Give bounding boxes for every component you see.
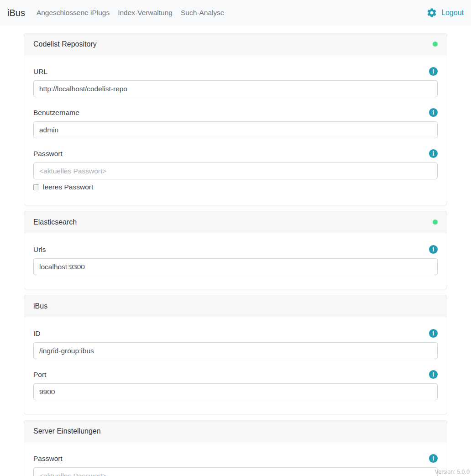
card-title: iBus (33, 302, 47, 310)
text-input[interactable] (33, 162, 438, 179)
checkbox[interactable] (33, 184, 39, 190)
card-header: iBus (24, 295, 447, 317)
settings-gear-icon[interactable] (426, 7, 437, 18)
field-label: Benutzername (33, 109, 79, 117)
field-head: Urls i (33, 245, 438, 254)
info-icon[interactable]: i (429, 245, 438, 254)
version-label: Version: 5.0.0 (435, 469, 470, 475)
checkbox-row[interactable]: leeres Passwort (33, 183, 438, 191)
field-label: Passwort (33, 455, 63, 463)
card-body: ID i Port i (24, 317, 447, 414)
settings-card: Elasticsearch Urls i (24, 211, 447, 289)
info-icon[interactable]: i (429, 370, 438, 379)
field-label: Urls (33, 246, 46, 254)
nav-links: Angeschlossene iPlugsIndex-VerwaltungSuc… (32, 9, 229, 17)
field-head: Port i (33, 370, 438, 379)
card-header: Elasticsearch (24, 211, 447, 233)
settings-card: Codelist Repository URL i Benutzername i… (24, 33, 447, 205)
text-input[interactable] (33, 383, 438, 400)
field-head: Benutzername i (33, 108, 438, 117)
card-title: Codelist Repository (33, 40, 97, 48)
card-header: Server Einstellungen (24, 420, 447, 442)
settings-card: Server Einstellungen Passwort i (24, 420, 447, 476)
card-header: Codelist Repository (24, 33, 447, 55)
info-icon[interactable]: i (429, 108, 438, 117)
form-field: Benutzername i (33, 108, 438, 138)
nav-link[interactable]: Index-Verwaltung (114, 9, 177, 17)
form-field: Passwort i leeres Passwort (33, 149, 438, 191)
brand-ibus[interactable]: iBus (7, 8, 25, 18)
field-label: Port (33, 371, 46, 379)
info-icon[interactable]: i (429, 149, 438, 158)
logout-link[interactable]: Logout (441, 9, 464, 17)
card-title: Server Einstellungen (33, 427, 101, 435)
navbar-right: Logout (426, 7, 464, 18)
card-body: URL i Benutzername i Passwort i leeres P… (24, 55, 447, 205)
status-ok-dot (433, 220, 438, 225)
card-title: Elasticsearch (33, 218, 77, 226)
text-input[interactable] (33, 342, 438, 359)
status-ok-dot (433, 42, 438, 47)
field-head: Passwort i (33, 149, 438, 158)
field-label: URL (33, 68, 47, 76)
field-label: ID (33, 330, 41, 338)
field-head: Passwort i (33, 454, 438, 463)
nav-link[interactable]: Angeschlossene iPlugs (32, 9, 114, 17)
text-input[interactable] (33, 258, 438, 275)
nav-link[interactable]: Such-Analyse (177, 9, 229, 17)
form-field: Passwort i (33, 454, 438, 476)
text-input[interactable] (33, 80, 438, 97)
card-body: Urls i (24, 233, 447, 289)
form-field: Port i (33, 370, 438, 400)
field-head: URL i (33, 67, 438, 76)
settings-card: iBus ID i Port i (24, 295, 447, 414)
checkbox-label: leeres Passwort (43, 183, 93, 191)
text-input[interactable] (33, 121, 438, 138)
settings-page: Codelist Repository URL i Benutzername i… (24, 33, 447, 476)
info-icon[interactable]: i (429, 67, 438, 76)
field-head: ID i (33, 329, 438, 338)
form-field: Urls i (33, 245, 438, 275)
text-input[interactable] (33, 467, 438, 476)
top-navbar: iBus Angeschlossene iPlugsIndex-Verwaltu… (0, 0, 471, 26)
form-field: ID i (33, 329, 438, 359)
card-body: Passwort i (24, 442, 447, 476)
info-icon[interactable]: i (429, 329, 438, 338)
field-label: Passwort (33, 150, 63, 158)
form-field: URL i (33, 67, 438, 97)
info-icon[interactable]: i (429, 454, 438, 463)
